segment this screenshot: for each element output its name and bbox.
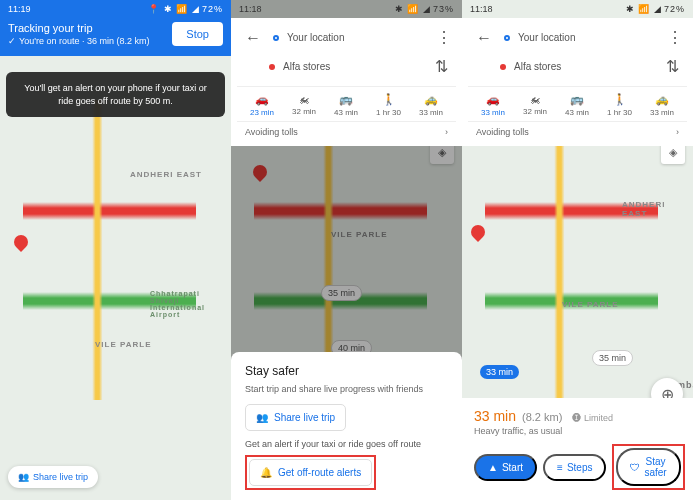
eta-time: 33 min <box>474 408 516 424</box>
mode-label: 43 min <box>334 108 358 117</box>
check-icon: ✓ <box>8 36 16 46</box>
status-icons: 📍 ✱ 📶 ◢ 72% <box>148 4 223 14</box>
directions-search: ← ⋮ ⇅ 🚗23 min🏍32 min🚌43 min🚶1 hr 30🚕33 m… <box>231 18 462 146</box>
back-arrow-icon[interactable]: ← <box>472 29 496 47</box>
destination-pin-icon <box>11 232 31 252</box>
mode-icon: 🏍 <box>299 93 310 105</box>
alert-description: Get an alert if your taxi or ride goes o… <box>245 439 448 449</box>
chevron-right-icon: › <box>445 127 448 137</box>
get-off-route-alerts-button[interactable]: 🔔 Get off-route alerts <box>249 459 372 486</box>
mode-icon: 🚌 <box>339 93 353 106</box>
status-bar: 11:18 ✱ 📶 ◢ 73% <box>231 0 462 18</box>
status-time: 11:18 <box>239 4 262 14</box>
alert-btn-label: Get off-route alerts <box>278 467 361 478</box>
chevron-right-icon: › <box>676 127 679 137</box>
travel-mode-row: 🚗23 min🏍32 min🚌43 min🚶1 hr 30🚕33 min <box>237 86 456 121</box>
share-live-trip-button[interactable]: 👥 Share live trip <box>245 404 346 431</box>
more-icon[interactable]: ⋮ <box>667 28 683 47</box>
share-btn-label: Share live trip <box>274 412 335 423</box>
limited-badge: 🅘 Limited <box>572 413 613 423</box>
origin-dot-icon <box>504 35 510 41</box>
stay-safer-button[interactable]: 🛡 Stay safer <box>616 448 680 486</box>
map-label-vile: VILE PARLE <box>95 340 152 349</box>
mode-label: 33 min <box>419 108 443 117</box>
travel-mode-option[interactable]: 🚕33 min <box>650 93 674 117</box>
origin-input[interactable] <box>518 32 659 43</box>
mode-label: 1 hr 30 <box>607 108 632 117</box>
status-time: 11:19 <box>8 4 31 14</box>
stop-button[interactable]: Stop <box>172 22 223 46</box>
status-time: 11:18 <box>470 4 493 14</box>
travel-mode-row: 🚗33 min🏍32 min🚌43 min🚶1 hr 30🚕33 min <box>468 86 687 121</box>
directions-search: ← ⋮ ⇅ 🚗33 min🏍32 min🚌43 min🚶1 hr 30🚕33 m… <box>462 18 693 146</box>
route-alt-badge[interactable]: 35 min <box>592 350 633 366</box>
travel-mode-option[interactable]: 🏍32 min <box>292 93 316 117</box>
highlight-box: 🛡 Stay safer <box>612 444 684 490</box>
swap-icon[interactable]: ⇅ <box>662 53 683 80</box>
destination-dot-icon <box>500 64 506 70</box>
mode-icon: 🚶 <box>613 93 627 106</box>
panel-route-preview: ANDHERI EAST VILE PARLE Mumbai Mahakali … <box>462 0 693 500</box>
status-icons: ✱ 📶 ◢ 72% <box>626 4 685 14</box>
travel-mode-option[interactable]: 🏍32 min <box>523 93 547 117</box>
route-summary-sheet[interactable]: 33 min (8.2 km) 🅘 Limited Heavy traffic,… <box>462 398 693 500</box>
mode-icon: 🚶 <box>382 93 396 106</box>
status-bar: 11:18 ✱ 📶 ◢ 72% <box>462 0 693 18</box>
mode-icon: 🚗 <box>255 93 269 106</box>
more-icon[interactable]: ⋮ <box>436 28 452 47</box>
mode-label: 32 min <box>292 107 316 116</box>
traffic-status: Heavy traffic, as usual <box>474 426 681 436</box>
destination-pin-icon <box>468 222 488 242</box>
destination-input[interactable] <box>283 61 423 72</box>
origin-dot-icon <box>273 35 279 41</box>
mode-icon: 🚕 <box>655 93 669 106</box>
travel-mode-option[interactable]: 🚕33 min <box>419 93 443 117</box>
header-subtitle: ✓You're on route · 36 min (8.2 km) <box>8 36 172 46</box>
sheet-title: Stay safer <box>245 364 448 378</box>
mode-icon: 🚕 <box>424 93 438 106</box>
avoiding-tolls-row[interactable]: Avoiding tolls › <box>237 121 456 142</box>
map-label-andheri: ANDHERI EAST <box>622 200 693 218</box>
mode-label: 32 min <box>523 107 547 116</box>
travel-mode-option[interactable]: 🚌43 min <box>334 93 358 117</box>
destination-input[interactable] <box>514 61 654 72</box>
travel-mode-option[interactable]: 🚗23 min <box>250 93 274 117</box>
swap-icon[interactable]: ⇅ <box>431 53 452 80</box>
travel-mode-option[interactable]: 🚗33 min <box>481 93 505 117</box>
sheet-subtitle: Start trip and share live progress with … <box>245 384 448 394</box>
mode-label: 33 min <box>650 108 674 117</box>
map-label-airport: Chhatrapati Shivaji International Airpor… <box>150 290 220 318</box>
avoiding-tolls-row[interactable]: Avoiding tolls › <box>468 121 687 142</box>
share-live-trip-chip[interactable]: 👥 Share live trip <box>8 466 98 488</box>
route-main-badge[interactable]: 33 min <box>480 365 519 379</box>
navigation-icon: ▲ <box>488 462 498 473</box>
start-label: Start <box>502 462 523 473</box>
panel-tracking-trip: ANDHERI EAST VILE PARLE Chhatrapati Shiv… <box>0 0 231 500</box>
avoiding-label: Avoiding tolls <box>476 127 529 137</box>
header-title: Tracking your trip <box>8 22 172 34</box>
steps-label: Steps <box>567 462 593 473</box>
shield-icon: 🛡 <box>630 462 640 473</box>
mode-icon: 🚗 <box>486 93 500 106</box>
mode-icon: 🏍 <box>530 93 541 105</box>
map-label-vile: VILE PARLE <box>562 300 619 309</box>
travel-mode-option[interactable]: 🚌43 min <box>565 93 589 117</box>
mode-label: 1 hr 30 <box>376 108 401 117</box>
highlight-box: 🔔 Get off-route alerts <box>245 455 376 490</box>
share-chip-label: Share live trip <box>33 472 88 482</box>
avoiding-label: Avoiding tolls <box>245 127 298 137</box>
panel-stay-safer-sheet: ANDHERI EAST VILE PARLE 35 min 40 min ◈ … <box>231 0 462 500</box>
alert-toast: You'll get an alert on your phone if you… <box>6 72 225 117</box>
mode-label: 43 min <box>565 108 589 117</box>
back-arrow-icon[interactable]: ← <box>241 29 265 47</box>
travel-mode-option[interactable]: 🚶1 hr 30 <box>607 93 632 117</box>
steps-button[interactable]: ≡ Steps <box>543 454 606 481</box>
status-icons: ✱ 📶 ◢ 73% <box>395 4 454 14</box>
eta-distance: (8.2 km) <box>522 411 562 423</box>
origin-input[interactable] <box>287 32 428 43</box>
map-label-andheri: ANDHERI EAST <box>130 170 202 179</box>
travel-mode-option[interactable]: 🚶1 hr 30 <box>376 93 401 117</box>
start-navigation-button[interactable]: ▲ Start <box>474 454 537 481</box>
person-add-icon: 👥 <box>256 412 268 423</box>
stay-safer-sheet: Stay safer Start trip and share live pro… <box>231 352 462 500</box>
